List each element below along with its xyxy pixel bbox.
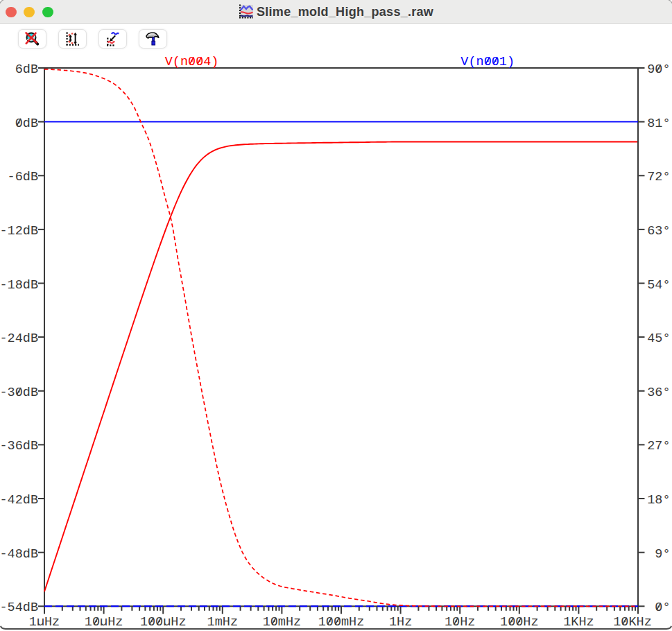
svg-text:-30dB: -30dB xyxy=(0,386,38,400)
svg-text:-54dB: -54dB xyxy=(0,600,38,615)
svg-text:V(n004): V(n004) xyxy=(165,55,219,69)
svg-text:90°: 90° xyxy=(647,62,670,77)
svg-text:-36dB: -36dB xyxy=(0,439,38,453)
svg-text:-6dB: -6dB xyxy=(8,170,38,184)
svg-text:0°: 0° xyxy=(655,600,670,615)
svg-text:54°: 54° xyxy=(647,278,670,293)
svg-text:9°: 9° xyxy=(655,547,670,562)
svg-text:-12dB: -12dB xyxy=(0,224,38,239)
svg-text:72°: 72° xyxy=(647,170,670,184)
svg-text:V(n001): V(n001) xyxy=(460,55,515,69)
svg-text:27°: 27° xyxy=(647,439,670,453)
svg-text:18°: 18° xyxy=(647,493,670,508)
svg-text:-18dB: -18dB xyxy=(0,278,38,293)
svg-text:81°: 81° xyxy=(647,116,670,131)
svg-text:-48dB: -48dB xyxy=(0,547,38,562)
svg-text:63°: 63° xyxy=(647,224,670,239)
svg-text:-24dB: -24dB xyxy=(0,331,38,346)
svg-text:36°: 36° xyxy=(647,386,670,400)
svg-text:6dB: 6dB xyxy=(15,62,38,77)
svg-text:45°: 45° xyxy=(647,331,670,346)
svg-text:-42dB: -42dB xyxy=(0,493,38,508)
